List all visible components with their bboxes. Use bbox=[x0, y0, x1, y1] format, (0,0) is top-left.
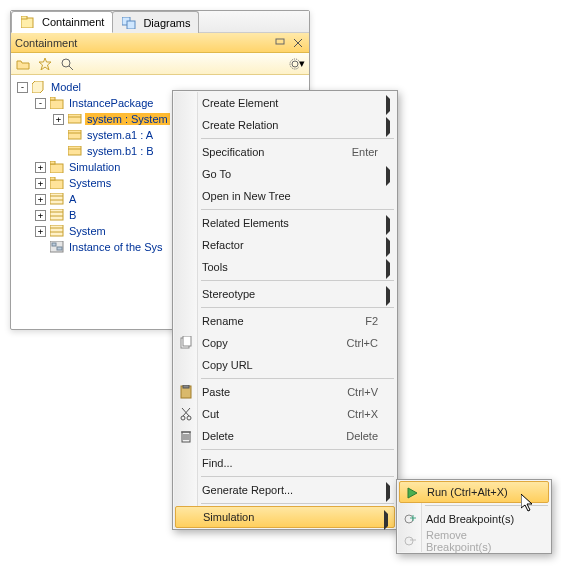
menu-item-create-element[interactable]: Create Element bbox=[174, 92, 396, 114]
tree-expander[interactable]: + bbox=[35, 194, 46, 205]
submenu-arrow-icon bbox=[386, 486, 390, 498]
menu-label: Related Elements bbox=[202, 217, 378, 229]
menu-item-paste[interactable]: PasteCtrl+V bbox=[174, 381, 396, 403]
tree-label: Simulation bbox=[67, 161, 122, 173]
tab-diagrams[interactable]: Diagrams bbox=[112, 11, 199, 33]
menu-label: Copy bbox=[202, 337, 335, 349]
bprem-icon bbox=[402, 533, 418, 549]
menu-item-related-elements[interactable]: Related Elements bbox=[174, 212, 396, 234]
delete-icon bbox=[178, 428, 194, 444]
tab-label: Diagrams bbox=[143, 17, 190, 29]
menu-item-rename[interactable]: RenameF2 bbox=[174, 310, 396, 332]
favorite-icon[interactable] bbox=[37, 56, 53, 72]
svg-line-8 bbox=[69, 66, 73, 70]
menu-label: Refactor bbox=[202, 239, 378, 251]
tree-expander[interactable]: + bbox=[35, 226, 46, 237]
tree-expander[interactable]: + bbox=[53, 114, 64, 125]
svg-rect-23 bbox=[50, 193, 63, 204]
menu-label: Copy URL bbox=[202, 359, 378, 371]
svg-rect-36 bbox=[183, 336, 191, 346]
menu-item-refactor[interactable]: Refactor bbox=[174, 234, 396, 256]
tree-label: Systems bbox=[67, 177, 113, 189]
gear-icon[interactable]: ▾ bbox=[289, 56, 305, 72]
menu-item-copy-url[interactable]: Copy URL bbox=[174, 354, 396, 376]
menu-item-stereotype[interactable]: Stereotype bbox=[174, 283, 396, 305]
menu-item-simulation[interactable]: Simulation bbox=[175, 506, 395, 528]
paste-icon bbox=[178, 384, 194, 400]
svg-point-39 bbox=[181, 416, 185, 420]
menu-label: Tools bbox=[202, 261, 378, 273]
inst-icon bbox=[67, 128, 83, 142]
accelerator: Enter bbox=[352, 146, 378, 158]
svg-point-51 bbox=[405, 537, 413, 545]
svg-rect-3 bbox=[127, 21, 135, 29]
submenu-arrow-icon bbox=[386, 290, 390, 302]
copy-icon bbox=[178, 335, 194, 351]
minimize-panel-icon[interactable] bbox=[273, 36, 287, 50]
accelerator: Ctrl+V bbox=[347, 386, 378, 398]
cls-icon bbox=[49, 192, 65, 206]
menu-item-open-in-new-tree[interactable]: Open in New Tree bbox=[174, 185, 396, 207]
menu-item-delete[interactable]: DeleteDelete bbox=[174, 425, 396, 447]
svg-rect-1 bbox=[21, 16, 27, 19]
menu-label: Generate Report... bbox=[202, 484, 378, 496]
tree-expander[interactable]: + bbox=[35, 162, 46, 173]
model-icon bbox=[31, 80, 47, 94]
panel-title: Containment bbox=[15, 37, 77, 49]
menu-item-generate-report-[interactable]: Generate Report... bbox=[174, 479, 396, 501]
menu-label: Stereotype bbox=[202, 288, 378, 300]
tree-label: system.a1 : A bbox=[85, 129, 155, 141]
svg-point-40 bbox=[187, 416, 191, 420]
tree-expander[interactable]: - bbox=[35, 98, 46, 109]
panel-toolbar: ▾ bbox=[11, 53, 309, 75]
svg-point-7 bbox=[62, 59, 70, 67]
menu-label: Create Element bbox=[202, 97, 378, 109]
tree-label: Instance of the Sys bbox=[67, 241, 165, 253]
tab-containment[interactable]: Containment bbox=[11, 11, 113, 33]
menu-item-tools[interactable]: Tools bbox=[174, 256, 396, 278]
submenu-arrow-icon bbox=[386, 219, 390, 231]
svg-rect-29 bbox=[50, 225, 63, 236]
menu-item-go-to[interactable]: Go To bbox=[174, 163, 396, 185]
submenu-arrow-icon bbox=[386, 121, 390, 133]
close-panel-icon[interactable] bbox=[291, 36, 305, 50]
simulation-submenu: Run (Ctrl+Alt+X)Add Breakpoint(s)Remove … bbox=[396, 479, 552, 554]
menu-item-copy[interactable]: CopyCtrl+C bbox=[174, 332, 396, 354]
open-icon[interactable] bbox=[15, 56, 31, 72]
accelerator: Delete bbox=[346, 430, 378, 442]
menu-item-specification[interactable]: SpecificationEnter bbox=[174, 141, 396, 163]
tab-label: Containment bbox=[42, 16, 104, 28]
tree-expander[interactable]: + bbox=[35, 210, 46, 221]
inst-icon bbox=[67, 112, 83, 126]
menu-label: Add Breakpoint(s) bbox=[426, 513, 532, 525]
svg-rect-26 bbox=[50, 209, 63, 220]
submenu-arrow-icon bbox=[386, 170, 390, 182]
submenu-item-run-ctrl-alt-x-[interactable]: Run (Ctrl+Alt+X) bbox=[399, 481, 549, 503]
accelerator: F2 bbox=[365, 315, 378, 327]
svg-rect-33 bbox=[52, 243, 56, 246]
svg-rect-17 bbox=[68, 146, 81, 155]
menu-label: Simulation bbox=[203, 511, 377, 523]
menu-label: Cut bbox=[202, 408, 335, 420]
cls-icon bbox=[49, 224, 65, 238]
menu-label: Paste bbox=[202, 386, 335, 398]
tree-label: InstancePackage bbox=[67, 97, 155, 109]
menu-label: Remove Breakpoint(s) bbox=[426, 529, 532, 553]
menu-item-create-relation[interactable]: Create Relation bbox=[174, 114, 396, 136]
tab-strip: Containment Diagrams bbox=[11, 11, 309, 33]
svg-rect-20 bbox=[50, 161, 55, 164]
containment-tab-icon bbox=[20, 15, 36, 29]
menu-label: Open in New Tree bbox=[202, 190, 378, 202]
run-icon bbox=[404, 485, 420, 501]
tree-expander[interactable]: + bbox=[35, 178, 46, 189]
svg-line-41 bbox=[183, 408, 190, 416]
menu-label: Rename bbox=[202, 315, 353, 327]
tree-expander[interactable]: - bbox=[17, 82, 28, 93]
submenu-item-add-breakpoint-s-[interactable]: Add Breakpoint(s) bbox=[398, 508, 550, 530]
svg-rect-15 bbox=[68, 130, 81, 139]
menu-item-cut[interactable]: CutCtrl+X bbox=[174, 403, 396, 425]
tree-label: Model bbox=[49, 81, 83, 93]
menu-item-find-[interactable]: Find... bbox=[174, 452, 396, 474]
search-icon[interactable] bbox=[59, 56, 75, 72]
menu-label: Create Relation bbox=[202, 119, 378, 131]
